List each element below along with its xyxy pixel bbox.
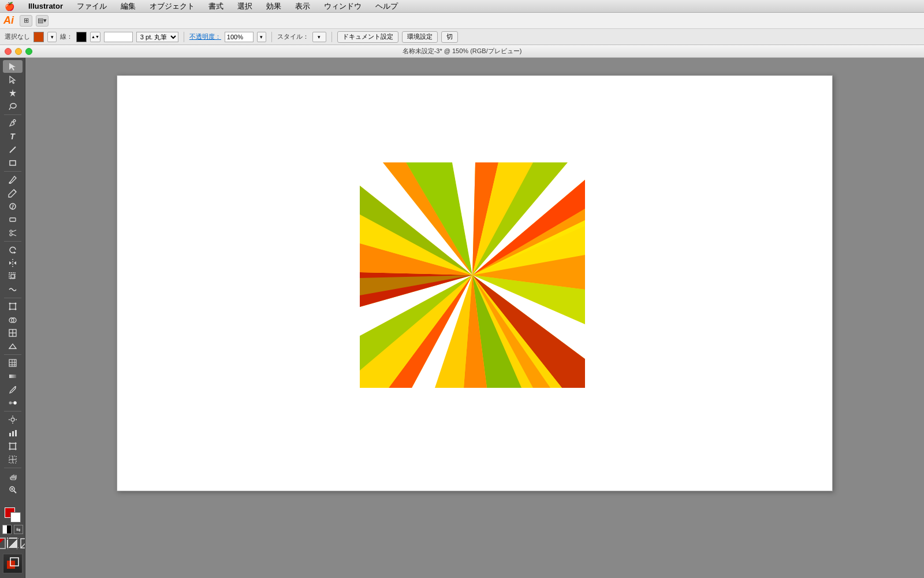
svg-marker-16 — [14, 261, 16, 265]
maximize-btn[interactable] — [25, 48, 32, 55]
free-transform-tool[interactable] — [3, 300, 23, 313]
stroke-color-swatch[interactable] — [10, 512, 21, 523]
opacity-input[interactable] — [225, 32, 254, 42]
menu-format[interactable]: 書式 — [206, 1, 226, 12]
svg-rect-19 — [10, 303, 16, 309]
ai-logo: Ai — [3, 14, 14, 27]
svg-line-6 — [14, 190, 16, 192]
menu-help[interactable]: ヘルプ — [373, 1, 400, 12]
menu-edit[interactable]: 編集 — [118, 1, 138, 12]
menu-window[interactable]: ウィンドウ — [322, 1, 364, 12]
type-tool[interactable]: T — [3, 130, 23, 143]
menu-illustrator[interactable]: Illustrator — [26, 2, 65, 10]
svg-line-56 — [14, 491, 16, 493]
svg-point-9 — [10, 230, 12, 232]
scissors-tool[interactable] — [3, 227, 23, 239]
blob-brush-tool[interactable] — [3, 200, 23, 213]
svg-point-36 — [9, 402, 12, 405]
opacity-label[interactable]: 不透明度： — [189, 32, 221, 41]
mesh-tool[interactable] — [3, 357, 23, 369]
none-mode-btn[interactable] — [20, 538, 26, 549]
svg-rect-29 — [9, 360, 16, 366]
pen-tool[interactable] — [3, 117, 23, 129]
eyedropper-tool[interactable] — [3, 383, 23, 396]
brush-tool[interactable] — [3, 173, 23, 186]
blend-tool[interactable] — [3, 397, 23, 409]
lasso-tool[interactable] — [3, 100, 23, 113]
minimize-btn[interactable] — [15, 48, 22, 55]
menu-file[interactable]: ファイル — [74, 1, 109, 12]
shape-builder-tool[interactable] — [3, 313, 23, 326]
pencil-tool[interactable] — [3, 187, 23, 199]
tool-sep-7 — [4, 468, 21, 468]
svg-line-1 — [9, 108, 10, 110]
style-select[interactable]: ▾ — [312, 32, 326, 42]
env-setup-btn[interactable]: 環境設定 — [402, 31, 438, 43]
svg-marker-13 — [14, 251, 16, 254]
close-btn[interactable] — [5, 48, 12, 55]
menu-view[interactable]: 表示 — [293, 1, 312, 12]
hand-tool[interactable] — [3, 470, 23, 483]
ai-toolbar: Ai ⊞ ▤▾ — [0, 13, 924, 29]
warp-tool[interactable] — [3, 283, 23, 296]
stroke-width-input[interactable] — [104, 32, 133, 42]
svg-point-35 — [15, 386, 16, 387]
workspace-btn[interactable]: ⊞ — [20, 15, 32, 27]
svg-rect-61 — [7, 561, 15, 569]
fill-swatch[interactable] — [33, 32, 44, 42]
doc-setup-btn[interactable]: ドキュメント設定 — [337, 31, 398, 43]
svg-rect-43 — [10, 443, 16, 449]
tool-sep-4 — [4, 298, 21, 298]
line-tool[interactable] — [3, 143, 23, 156]
gradient-tool[interactable] — [3, 370, 23, 383]
perspective-tool[interactable] — [3, 340, 23, 353]
separator-2 — [271, 32, 272, 42]
svg-point-21 — [14, 303, 16, 305]
stroke-mode-btn[interactable] — [7, 538, 18, 549]
zoom-tool[interactable] — [3, 483, 23, 496]
direct-selection-tool[interactable] — [3, 73, 23, 86]
fill-mode-btn[interactable] — [0, 538, 6, 549]
reflect-tool[interactable] — [3, 257, 23, 269]
main-area: T — [0, 58, 924, 578]
swap-colors-btn[interactable]: ⇆ — [14, 525, 23, 534]
stroke-swatch[interactable] — [76, 32, 87, 42]
magic-wand-tool[interactable] — [3, 87, 23, 99]
selection-tool[interactable] — [3, 60, 23, 73]
rect-tool[interactable] — [3, 157, 23, 169]
scale-tool[interactable] — [3, 270, 23, 283]
color-mode-btn[interactable] — [3, 554, 23, 573]
sunburst-graphic[interactable] — [360, 162, 585, 388]
control-bar: 選択なし ▾ 線： ▲▼ 3 pt. 丸筆 不透明度： ▾ スタイル： ▾ ドキ… — [0, 29, 924, 45]
stroke-style-select[interactable]: 3 pt. 丸筆 — [136, 32, 178, 42]
default-colors-btn[interactable] — [2, 525, 12, 534]
window-title: 名称未設定-3* @ 150% (RGB/プレビュー) — [403, 47, 522, 55]
menu-select[interactable]: 選択 — [235, 1, 255, 12]
svg-point-37 — [13, 402, 16, 405]
rotate-tool[interactable] — [3, 243, 23, 256]
window-chrome: 名称未設定-3* @ 150% (RGB/プレビュー) — [0, 45, 924, 58]
apple-menu[interactable]: 🍎 — [5, 2, 14, 11]
stroke-up-down[interactable]: ▲▼ — [90, 32, 100, 42]
symbol-tool[interactable] — [3, 413, 23, 426]
slice-tool[interactable] — [3, 453, 23, 466]
panel-toggle-btn[interactable]: ▤▾ — [36, 15, 49, 27]
traffic-lights — [5, 48, 32, 55]
menu-effect[interactable]: 効果 — [264, 1, 284, 12]
tool-sep-6 — [4, 411, 21, 412]
menu-object[interactable]: オブジェクト — [147, 1, 197, 12]
fill-stroke-swatches — [5, 507, 21, 523]
separator-3 — [331, 32, 332, 42]
toolbox: T — [0, 58, 25, 578]
canvas-area[interactable] — [25, 58, 924, 578]
tool-sep-5 — [4, 354, 21, 355]
opacity-arrow[interactable]: ▾ — [257, 32, 266, 42]
artboard-tool[interactable] — [3, 440, 23, 453]
svg-point-39 — [11, 418, 14, 421]
fill-arrow[interactable]: ▾ — [47, 32, 57, 42]
extra-btn[interactable]: 切 — [441, 31, 458, 43]
column-graph-tool[interactable] — [3, 427, 23, 439]
svg-rect-17 — [11, 275, 14, 278]
live-paint-tool[interactable] — [3, 327, 23, 339]
eraser-tool[interactable] — [3, 213, 23, 226]
